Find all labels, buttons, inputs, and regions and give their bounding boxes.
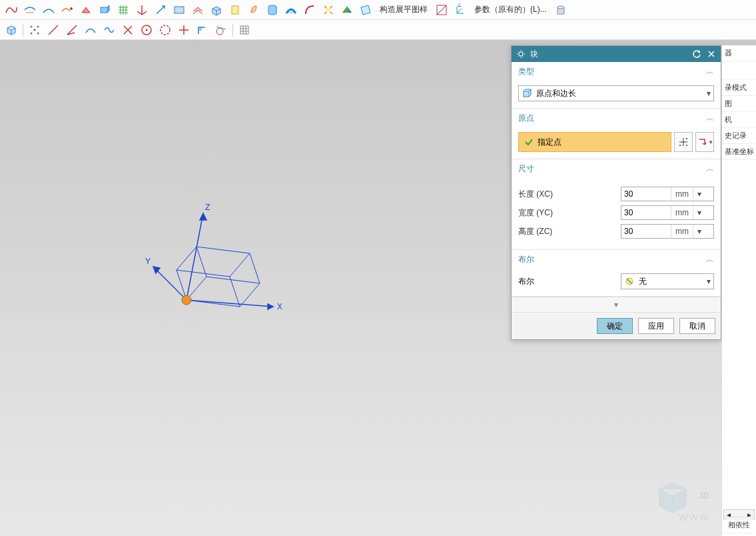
section-type: 类型 ︿ 原点和边长 ▾ (512, 62, 721, 109)
right-item[interactable]: 录模式 (722, 80, 756, 96)
right-item[interactable]: 器 (722, 45, 756, 61)
surface-tool-2-icon[interactable] (96, 1, 113, 19)
specify-point-field[interactable]: 指定点 (518, 132, 671, 152)
dialog-titlebar[interactable]: 块 (512, 46, 721, 62)
close-icon[interactable] (706, 49, 717, 59)
right-item[interactable]: 机 (722, 112, 756, 128)
height-unit: mm (671, 225, 693, 238)
bool-label: 布尔 (518, 276, 534, 287)
axis-tool-icon[interactable] (133, 1, 151, 19)
reset-icon[interactable] (691, 49, 702, 59)
curve-tool-3-icon[interactable] (40, 1, 57, 19)
section-dims-header[interactable]: 尺寸 ︿ (512, 159, 721, 179)
surface-tool-1-icon[interactable] (77, 1, 95, 19)
type-combo[interactable]: 原点和边长 ▾ (518, 85, 714, 101)
snap-tangent-icon[interactable] (212, 21, 230, 39)
apply-button[interactable]: 应用 (638, 318, 674, 334)
ok-button[interactable]: 确定 (597, 318, 633, 334)
extrude-tool-icon[interactable] (226, 1, 244, 19)
svg-point-18 (216, 28, 223, 35)
revolve-tool-icon[interactable] (245, 1, 262, 19)
watermark: 3D (653, 476, 709, 516)
chevron-up-icon: ︿ (706, 163, 714, 175)
length-dropdown[interactable]: ▾ (693, 187, 705, 201)
height-dropdown[interactable]: ▾ (693, 225, 705, 238)
width-input[interactable] (621, 206, 671, 219)
width-dropdown[interactable]: ▾ (693, 206, 705, 219)
svg-point-8 (558, 6, 564, 9)
dim-row-height: 高度 (ZC) mm ▾ (518, 224, 714, 239)
section-bool-header[interactable]: 布尔 ︿ (512, 250, 721, 269)
csys-z-icon[interactable]: z (452, 1, 469, 19)
svg-rect-2 (175, 7, 184, 13)
mesh-tool-icon[interactable] (115, 1, 132, 19)
toolbar-row-1: 构造展平图样 z 参数（原有的）(L)... (0, 0, 756, 20)
params-label[interactable]: 参数（原有的）(L)... (470, 4, 551, 15)
snap-arc-icon[interactable] (157, 21, 174, 39)
grid-icon[interactable] (236, 21, 253, 39)
point-dialog-button[interactable]: ▾ (695, 132, 714, 152)
sweep-tool-icon[interactable] (282, 1, 300, 19)
curve-red-icon[interactable] (301, 1, 318, 19)
svg-point-13 (34, 29, 36, 31)
svg-point-15 (146, 29, 148, 31)
snap-points-icon[interactable] (26, 21, 43, 39)
snap-line-icon[interactable] (45, 21, 62, 39)
svg-point-12 (37, 32, 39, 34)
curve-tool-1-icon[interactable] (3, 1, 20, 19)
svg-point-16 (161, 25, 170, 35)
svg-point-0 (70, 7, 73, 10)
right-panel: 器 录模式 图 机 史记录 基准坐标 ◂▸ 相依性 (721, 45, 756, 536)
chevron-up-icon: ︿ (706, 254, 714, 265)
svg-point-9 (31, 25, 33, 27)
section-origin-header[interactable]: 原点 ︿ (512, 109, 721, 128)
right-footer[interactable]: 相依性 (723, 517, 755, 533)
box-tool-icon[interactable] (208, 1, 225, 19)
height-input[interactable] (621, 225, 671, 238)
right-item[interactable]: 图 (722, 96, 756, 112)
snap-intersection-icon[interactable] (119, 21, 137, 39)
trim-tool-icon[interactable] (320, 1, 337, 19)
svg-line-21 (153, 267, 187, 300)
snap-cross-icon[interactable] (175, 21, 192, 39)
snap-curve-icon[interactable] (82, 21, 99, 39)
axis-z-label: Z (205, 203, 210, 212)
svg-rect-3 (232, 6, 238, 14)
snap-center-icon[interactable] (138, 21, 155, 39)
csys-plot-icon[interactable] (433, 1, 450, 19)
cylinder-tool-icon[interactable] (264, 1, 281, 19)
section-dimensions: 尺寸 ︿ 长度 (XC) mm ▾ 宽度 (YC) mm ▾ (512, 159, 721, 250)
section-type-header[interactable]: 类型 ︿ (512, 62, 721, 81)
width-unit: mm (671, 206, 693, 219)
gear-icon[interactable] (516, 49, 526, 59)
bool-combo[interactable]: 无 ▾ (621, 273, 714, 289)
snap-perp-icon[interactable] (194, 21, 211, 39)
color-tool-icon[interactable] (338, 1, 356, 19)
point-constructor-button[interactable] (674, 132, 693, 152)
snap-spline-icon[interactable] (101, 21, 118, 39)
width-input-wrap: mm ▾ (621, 205, 714, 220)
right-item[interactable]: 基准坐标 (722, 144, 756, 160)
section-origin: 原点 ︿ 指定点 ▾ (512, 109, 721, 159)
cube-icon[interactable] (3, 21, 20, 39)
container-tool-icon[interactable] (552, 1, 569, 19)
expand-more[interactable]: ▾ (512, 297, 721, 313)
svg-point-11 (31, 32, 33, 34)
section-boolean: 布尔 ︿ 布尔 无 ▾ (512, 250, 721, 297)
wcs-preview: X Y Z (127, 173, 300, 320)
vector-tool-icon[interactable] (152, 1, 169, 19)
right-item[interactable]: 史记录 (722, 128, 756, 144)
curve-tool-2-icon[interactable] (21, 1, 39, 19)
plane-tool-icon[interactable] (171, 1, 188, 19)
cancel-button[interactable]: 取消 (679, 318, 715, 334)
svg-point-30 (679, 145, 681, 146)
chevron-up-icon: ︿ (706, 66, 714, 77)
snap-angle-icon[interactable] (63, 21, 81, 39)
length-input[interactable] (621, 187, 671, 201)
curve-tool-4-icon[interactable] (59, 1, 76, 19)
length-unit: mm (671, 187, 693, 201)
sheet-tool-icon[interactable] (357, 1, 374, 19)
flatpattern-label[interactable]: 构造展平图样 (376, 4, 432, 15)
chevron-up-icon: ︿ (706, 113, 714, 124)
offset-surface-icon[interactable] (189, 1, 206, 19)
